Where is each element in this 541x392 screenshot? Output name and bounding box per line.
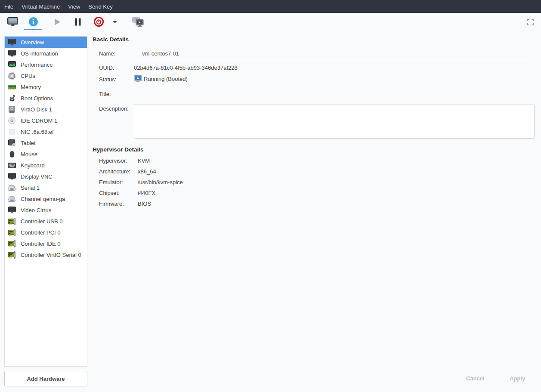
sidebar-item-os-information[interactable]: OS information bbox=[5, 48, 87, 59]
status-running-icon bbox=[134, 75, 142, 82]
field-label: Emulator: bbox=[99, 179, 138, 185]
monitor-dark-icon bbox=[7, 173, 16, 180]
menu-send-key[interactable]: Send Key bbox=[88, 3, 112, 10]
monitor-dark-icon bbox=[7, 39, 16, 46]
keyboard-icon bbox=[7, 163, 16, 168]
field-value: /usr/bin/kvm-spice bbox=[138, 179, 183, 185]
sidebar-item-boot-options[interactable]: Boot Options bbox=[5, 93, 87, 104]
sidebar-item-video-cirrus[interactable]: Video Cirrus bbox=[5, 204, 87, 216]
hypervisor-row-emulator: Emulator:/usr/bin/kvm-spice bbox=[99, 179, 183, 185]
sidebar-item-memory[interactable]: Memory bbox=[5, 81, 87, 93]
sidebar-item-label: Serial 1 bbox=[21, 185, 40, 191]
name-label: Name: bbox=[99, 50, 115, 57]
monitor-dark-icon bbox=[7, 50, 16, 57]
vm-name-input-underline bbox=[134, 60, 535, 60]
field-label: Architecture: bbox=[99, 168, 138, 175]
pci-card-icon bbox=[7, 218, 16, 225]
run-button[interactable] bbox=[47, 15, 68, 29]
sidebar-item-label: Mouse bbox=[21, 151, 37, 157]
field-label: Hypervisor: bbox=[99, 157, 138, 164]
menu-file[interactable]: File bbox=[4, 3, 13, 10]
sidebar-item-virtio-disk-1[interactable]: VirtIO Disk 1 bbox=[5, 104, 87, 115]
add-hardware-button[interactable]: Add Hardware bbox=[4, 371, 87, 386]
info-icon bbox=[28, 17, 38, 27]
sidebar-item-label: Tablet bbox=[21, 140, 36, 146]
caret-down-icon bbox=[112, 20, 117, 24]
play-icon bbox=[53, 18, 62, 26]
apply-button[interactable]: Apply bbox=[510, 375, 525, 382]
snapshots-button[interactable] bbox=[127, 15, 148, 29]
sidebar-item-mouse[interactable]: Mouse bbox=[5, 148, 87, 160]
shut-down-button[interactable] bbox=[88, 15, 109, 29]
toolbar bbox=[0, 13, 541, 31]
monitor-dark-icon bbox=[7, 207, 16, 213]
shut-down-menu-button[interactable] bbox=[109, 15, 121, 29]
sidebar-item-label: Video Cirrus bbox=[21, 207, 51, 213]
cancel-button[interactable]: Cancel bbox=[466, 375, 485, 382]
description-textarea[interactable] bbox=[134, 105, 535, 139]
sidebar-item-tablet[interactable]: Tablet bbox=[5, 137, 87, 148]
screens-icon bbox=[132, 17, 144, 27]
gear-icon bbox=[7, 95, 16, 102]
sidebar-item-keyboard[interactable]: Keyboard bbox=[5, 160, 87, 171]
performance-icon bbox=[7, 61, 16, 68]
description-label: Description: bbox=[99, 105, 129, 112]
sidebar-item-label: Performance bbox=[21, 62, 53, 68]
sidebar-item-label: Controller VirtIO Serial 0 bbox=[21, 252, 81, 258]
shutdown-icon bbox=[94, 17, 104, 27]
memory-icon bbox=[7, 84, 16, 90]
pause-button[interactable] bbox=[68, 15, 88, 29]
sidebar-item-label: Channel qemu-ga bbox=[21, 196, 65, 202]
sidebar-item-label: VirtIO Disk 1 bbox=[21, 106, 52, 113]
sidebar-item-label: CPUs bbox=[21, 73, 35, 79]
sidebar-item-performance[interactable]: Performance bbox=[5, 59, 87, 70]
sidebar-item-display-vnc[interactable]: Display VNC bbox=[5, 171, 87, 182]
sidebar-item-nic-6a-68-ef[interactable]: NIC :6a:68:ef bbox=[5, 126, 87, 137]
sidebar-item-controller-virtio-serial-0[interactable]: Controller VirtIO Serial 0 bbox=[5, 249, 87, 260]
hypervisor-row-chipset: Chipset:i440FX bbox=[99, 190, 183, 196]
status-indicator: Running (Booted) bbox=[134, 75, 188, 82]
serial-icon bbox=[7, 185, 16, 191]
sidebar-item-controller-usb-0[interactable]: Controller USB 0 bbox=[5, 216, 87, 227]
pause-icon bbox=[74, 18, 81, 26]
menubar: FileVirtual MachineViewSend Key bbox=[0, 0, 541, 13]
sidebar-item-cpus[interactable]: CPUs bbox=[5, 70, 87, 81]
uuid-value: 02b4d67a-81c0-4f5b-ab93-346de37af228 bbox=[134, 65, 238, 71]
sidebar-item-ide-cdrom-1[interactable]: IDE CDROM 1 bbox=[5, 115, 87, 126]
sidebar-item-label: Boot Options bbox=[21, 95, 53, 102]
sidebar-item-controller-pci-0[interactable]: Controller PCI 0 bbox=[5, 227, 87, 238]
hypervisor-row-firmware: Firmware:BIOS bbox=[99, 201, 183, 207]
sidebar-item-label: Memory bbox=[21, 84, 41, 90]
hypervisor-row-hypervisor: Hypervisor:KVM bbox=[99, 157, 183, 164]
pci-card-icon bbox=[7, 229, 16, 236]
pci-card-icon bbox=[7, 240, 16, 247]
sidebar-item-overview[interactable]: Overview bbox=[5, 37, 87, 48]
sidebar-item-channel-qemu-ga[interactable]: Channel qemu-ga bbox=[5, 193, 87, 204]
menu-view[interactable]: View bbox=[68, 3, 80, 10]
field-value: BIOS bbox=[138, 201, 151, 207]
fullscreen-icon bbox=[527, 19, 534, 25]
hypervisor-row-architecture: Architecture:x86_64 bbox=[99, 168, 183, 175]
sidebar-item-label: Keyboard bbox=[21, 162, 45, 169]
sidebar-item-label: Controller USB 0 bbox=[21, 218, 63, 225]
sidebar-item-serial-1[interactable]: Serial 1 bbox=[5, 182, 87, 193]
status-label: Status: bbox=[99, 76, 116, 83]
show-graphical-console-button[interactable] bbox=[2, 15, 23, 29]
pci-card-icon bbox=[7, 251, 16, 259]
hypervisor-details-title: Hypervisor Details bbox=[93, 146, 144, 153]
sidebar-item-label: OS information bbox=[21, 50, 58, 57]
sidebar-item-label: Display VNC bbox=[21, 173, 53, 180]
sidebar-item-label: Controller IDE 0 bbox=[21, 241, 60, 247]
field-value: x86_64 bbox=[138, 168, 156, 175]
fullscreen-button[interactable] bbox=[524, 15, 537, 29]
mouse-icon bbox=[7, 151, 16, 158]
sidebar-item-controller-ide-0[interactable]: Controller IDE 0 bbox=[5, 238, 87, 249]
field-label: Firmware: bbox=[99, 201, 138, 207]
field-value: i440FX bbox=[138, 190, 155, 196]
vm-name-input[interactable]: vm-centos7-01 bbox=[142, 50, 179, 57]
menu-virtual-machine[interactable]: Virtual Machine bbox=[22, 3, 60, 10]
show-details-button[interactable] bbox=[23, 15, 43, 29]
hardware-list: OverviewOS informationPerformanceCPUsMem… bbox=[4, 36, 87, 367]
disk-icon bbox=[7, 106, 16, 113]
vm-title-input-underline bbox=[134, 101, 535, 101]
